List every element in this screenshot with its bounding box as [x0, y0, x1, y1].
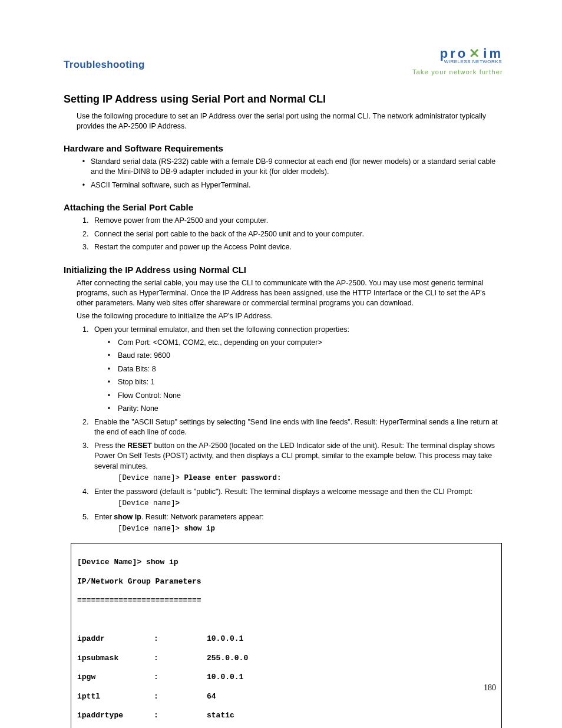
list-item: Flow Control: None: [118, 391, 503, 401]
term-key: ipsubmask: [77, 654, 154, 663]
init-para2: Use the following procedure to initializ…: [77, 311, 503, 321]
init-steps-list: Open your terminal emulator, and then se…: [88, 325, 503, 535]
page-header: Troubleshooting pro✕im WIRELESS NETWORKS…: [64, 47, 503, 75]
init-para1: After connecting the serial cable, you m…: [77, 278, 503, 308]
reset-label: RESET: [127, 442, 152, 450]
term-key: ipttl: [77, 692, 154, 701]
brand-logo: pro✕im: [412, 47, 503, 60]
term-row: ipttl:64: [77, 692, 495, 701]
chapter-title: Troubleshooting: [64, 59, 145, 71]
code-prompt: [Device name]>: [118, 525, 184, 533]
section-heading-main: Setting IP Address using Serial Port and…: [64, 93, 503, 106]
code-line: [Device name]> show ip: [118, 524, 503, 535]
list-item: Standard serial data (RS-232) cable with…: [91, 157, 503, 177]
list-item: Press the RESET button on the AP-2500 (l…: [91, 441, 503, 484]
list-item: Baud rate: 9600: [118, 351, 503, 361]
step-text-a: Enter: [94, 513, 114, 521]
brand-subline: WIRELESS NETWORKS: [412, 59, 502, 64]
brand-tagline: Take your network further: [412, 68, 503, 75]
hw-requirements-list: Standard serial data (RS-232) cable with…: [91, 157, 503, 191]
code-line: [Device name]> Please enter password:: [118, 473, 503, 484]
section-heading-attach: Attaching the Serial Port Cable: [64, 202, 503, 212]
term-colon: :: [154, 673, 207, 682]
list-item: Remove power from the AP-2500 and your c…: [91, 216, 503, 226]
term-val: 10.0.0.1: [207, 634, 243, 644]
term-row: ipgw:10.0.0.1: [77, 673, 495, 682]
term-blank: [77, 615, 495, 625]
page-number: 180: [484, 683, 496, 693]
step-text-b: button on the AP-2500 (located on the LE…: [94, 442, 495, 470]
term-row: ipaddr:10.0.0.1: [77, 634, 495, 644]
code-bold: show ip: [184, 525, 216, 533]
term-val: 255.0.0.0: [207, 654, 248, 663]
terminal-output: [Device Name]> show ip IP/Network Group …: [71, 543, 502, 728]
list-item: Enter show ip. Result: Network parameter…: [91, 512, 503, 535]
list-item: Enter the password (default is "public")…: [91, 487, 503, 509]
showip-label: show ip: [114, 513, 141, 521]
list-item: Parity: None: [118, 404, 503, 414]
term-line: ===========================: [77, 596, 495, 605]
code-prompt: [Device name]>: [118, 474, 184, 482]
code-bold: >: [176, 499, 180, 508]
list-item: Com Port: <COM1, COM2, etc., depending o…: [118, 338, 503, 348]
step-text: Open your terminal emulator, and then se…: [94, 325, 349, 334]
list-item: ASCII Terminal software, such as HyperTe…: [91, 180, 503, 191]
term-line: [Device Name]> show ip: [77, 558, 495, 567]
term-colon: :: [154, 654, 207, 663]
term-key: ipgw: [77, 673, 154, 682]
logo-x-icon: ✕: [469, 47, 482, 60]
code-line: [Device name]>: [118, 499, 503, 509]
term-row: ipsubmask:255.0.0.0: [77, 654, 495, 663]
term-line: IP/Network Group Parameters: [77, 577, 495, 587]
term-row: ipaddrtype:static: [77, 711, 495, 720]
term-val: static: [207, 711, 234, 720]
code-bold: Please enter password:: [184, 474, 282, 482]
step-text: Enter the password (default is "public")…: [94, 487, 472, 496]
section-heading-init: Initializing the IP Address using Normal…: [64, 265, 503, 275]
connection-properties-list: Com Port: <COM1, COM2, etc., depending o…: [118, 338, 503, 414]
list-item: Data Bits: 8: [118, 364, 503, 375]
step-text-b: . Result: Network parameters appear:: [141, 513, 264, 521]
brand-block: pro✕im WIRELESS NETWORKS Take your netwo…: [412, 47, 503, 75]
term-key: ipaddr: [77, 634, 154, 644]
list-item: Stop bits: 1: [118, 377, 503, 388]
list-item: Connect the serial port cable to the bac…: [91, 229, 503, 240]
term-colon: :: [154, 711, 207, 720]
term-val: 10.0.0.1: [207, 673, 243, 682]
list-item: Restart the computer and power up the Ac…: [91, 242, 503, 253]
term-colon: :: [154, 692, 207, 701]
term-val: 64: [207, 692, 216, 701]
section-heading-hw: Hardware and Software Requirements: [64, 143, 503, 153]
code-prompt: [Device name]: [118, 499, 176, 508]
term-key: ipaddrtype: [77, 711, 154, 720]
term-colon: :: [154, 634, 207, 644]
intro-paragraph: Use the following procedure to set an IP…: [77, 111, 503, 131]
attach-steps-list: Remove power from the AP-2500 and your c…: [88, 216, 503, 253]
list-item: Enable the "ASCII Setup" settings by sel…: [91, 417, 503, 438]
step-text-a: Press the: [94, 442, 127, 450]
list-item: Open your terminal emulator, and then se…: [91, 325, 503, 414]
